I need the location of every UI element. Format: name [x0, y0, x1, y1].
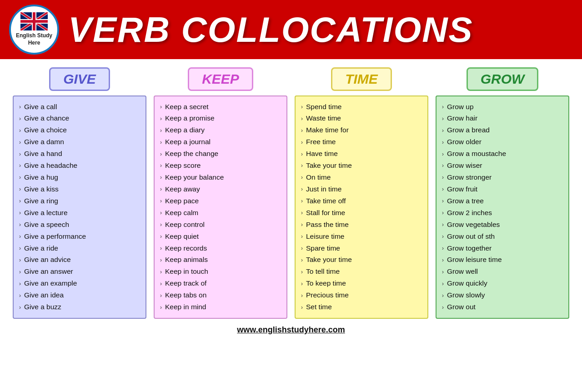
list-item: ›Leisure time	[301, 231, 422, 242]
list-arrow-icon: ›	[442, 233, 444, 240]
list-arrow-icon: ›	[301, 304, 303, 311]
list-item-text: Make time for	[306, 126, 349, 135]
col-keep: KEEP›Keep a secret›Keep a promise›Keep a…	[154, 67, 287, 319]
list-item-text: Keep a promise	[165, 114, 215, 123]
list-arrow-icon: ›	[442, 103, 444, 111]
list-arrow-icon: ›	[160, 292, 162, 299]
list-item-text: Just in time	[306, 185, 341, 194]
list-arrow-icon: ›	[19, 280, 21, 287]
list-item: ›Give an idea	[19, 290, 140, 302]
footer-url: www.englishstudyhere.com	[13, 325, 569, 335]
list-item: ›Give a hug	[19, 172, 140, 184]
list-arrow-icon: ›	[442, 174, 444, 181]
list-item: ›Keep tabs on	[160, 290, 281, 302]
list-item-text: Give a headache	[24, 161, 77, 171]
list-item: ›Keep in touch	[160, 266, 281, 278]
list-item-text: Give a performance	[24, 232, 86, 241]
list-item-text: Keep calm	[165, 208, 198, 218]
list-item-text: Give an idea	[24, 291, 64, 300]
list-arrow-icon: ›	[160, 209, 162, 216]
list-arrow-icon: ›	[301, 221, 303, 228]
list-item-text: Grow slowly	[447, 291, 485, 300]
col-list-keep: ›Keep a secret›Keep a promise›Keep a dia…	[154, 95, 287, 319]
list-item: ›Keep calm	[160, 207, 281, 219]
list-arrow-icon: ›	[160, 127, 162, 134]
list-arrow-icon: ›	[301, 280, 303, 287]
list-item-text: To tell time	[306, 267, 340, 276]
col-header-time: TIME	[331, 67, 392, 91]
list-item-text: Free time	[306, 137, 336, 147]
list-item-text: Grow a bread	[447, 126, 490, 135]
list-item: ›Keep animals	[160, 254, 281, 266]
list-arrow-icon: ›	[160, 256, 162, 264]
list-item-text: Keep away	[165, 185, 200, 194]
list-item: ›Grow out of sth	[442, 231, 563, 242]
list-item: ›Grow a tree	[442, 195, 563, 207]
list-arrow-icon: ›	[442, 292, 444, 299]
list-arrow-icon: ›	[160, 162, 162, 169]
list-item-text: Grow leisure time	[447, 255, 502, 265]
list-item-text: Give a damn	[24, 137, 64, 147]
list-item: ›Grow stronger	[442, 172, 563, 184]
list-item: ›Give a call	[19, 101, 140, 113]
col-time: TIME›Spend time›Waste time›Make time for…	[295, 67, 428, 319]
col-header-keep: KEEP	[188, 67, 253, 91]
list-arrow-icon: ›	[301, 103, 303, 111]
list-item: ›Give a kiss	[19, 183, 140, 195]
list-arrow-icon: ›	[442, 304, 444, 311]
list-item: ›Give an example	[19, 278, 140, 290]
list-arrow-icon: ›	[19, 162, 21, 169]
list-arrow-icon: ›	[19, 292, 21, 299]
list-item-text: Grow out	[447, 302, 476, 312]
list-item-text: Give a hug	[24, 173, 58, 182]
list-item-text: Grow wiser	[447, 161, 482, 171]
list-item: ›Give a lecture	[19, 207, 140, 219]
list-arrow-icon: ›	[442, 127, 444, 134]
list-item: ›Keep quiet	[160, 231, 281, 242]
list-item-text: Keep your balance	[165, 173, 224, 182]
list-arrow-icon: ›	[301, 139, 303, 146]
list-arrow-icon: ›	[160, 186, 162, 193]
columns-container: GIVE›Give a call›Give a chance›Give a ch…	[13, 67, 569, 319]
list-item: ›Stall for time	[301, 207, 422, 219]
list-item: ›Keep track of	[160, 278, 281, 290]
list-item-text: Keep animals	[165, 255, 208, 265]
list-item: ›Keep away	[160, 183, 281, 195]
list-item: ›Pass the time	[301, 219, 422, 231]
list-item: ›Grow slowly	[442, 290, 563, 302]
list-item-text: Give a lecture	[24, 208, 68, 218]
list-item-text: Grow 2 inches	[447, 208, 492, 218]
list-arrow-icon: ›	[19, 127, 21, 134]
list-arrow-icon: ›	[301, 197, 303, 205]
list-item: ›Keep a secret	[160, 101, 281, 113]
list-arrow-icon: ›	[19, 186, 21, 193]
list-item: ›Grow together	[442, 242, 563, 254]
list-arrow-icon: ›	[19, 139, 21, 146]
list-item: ›Grow out	[442, 302, 563, 313]
list-item: ›Grow older	[442, 136, 563, 148]
list-arrow-icon: ›	[19, 256, 21, 264]
col-give: GIVE›Give a call›Give a chance›Give a ch…	[13, 67, 146, 319]
col-header-give: GIVE	[49, 67, 110, 91]
list-item: ›Keep score	[160, 160, 281, 172]
list-item: ›Give a buzz	[19, 302, 140, 313]
list-arrow-icon: ›	[442, 245, 444, 252]
col-list-grow: ›Grow up›Grow hair›Grow a bread›Grow old…	[436, 95, 569, 319]
list-item: ›Give a ride	[19, 242, 140, 254]
list-item-text: Give a call	[24, 102, 57, 112]
list-item-text: Keep in touch	[165, 267, 208, 276]
list-arrow-icon: ›	[160, 139, 162, 146]
list-item: ›Keep records	[160, 242, 281, 254]
list-item-text: On time	[306, 173, 331, 182]
list-item: ›Keep the change	[160, 148, 281, 160]
list-item: ›Give a chance	[19, 113, 140, 125]
list-item-text: Stall for time	[306, 208, 345, 218]
list-arrow-icon: ›	[19, 174, 21, 181]
list-item: ›Give a speech	[19, 219, 140, 231]
list-item-text: Give a buzz	[24, 302, 61, 312]
list-item-text: Take your time	[306, 255, 352, 265]
col-list-wrap-grow: ›Grow up›Grow hair›Grow a bread›Grow old…	[436, 95, 569, 319]
list-arrow-icon: ›	[19, 221, 21, 228]
list-item: ›Grow wiser	[442, 160, 563, 172]
list-item-text: Give an advice	[24, 255, 71, 265]
